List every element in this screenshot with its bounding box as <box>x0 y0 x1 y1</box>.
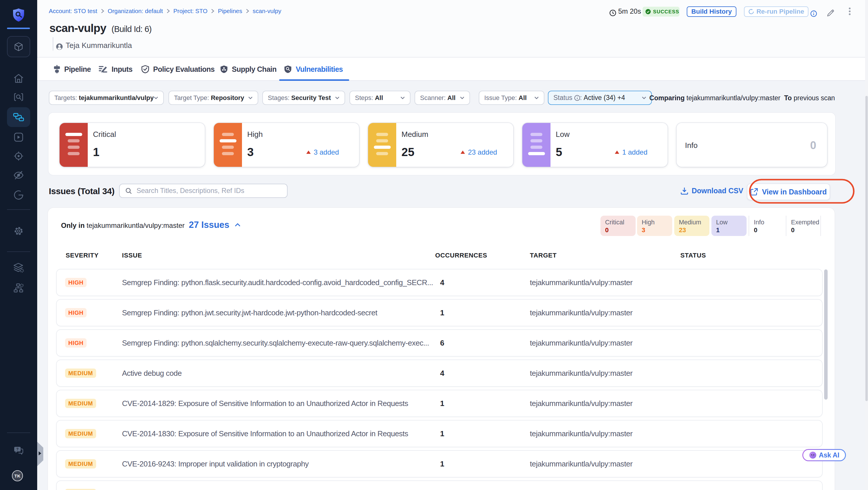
svg-text:?: ? <box>16 447 19 451</box>
